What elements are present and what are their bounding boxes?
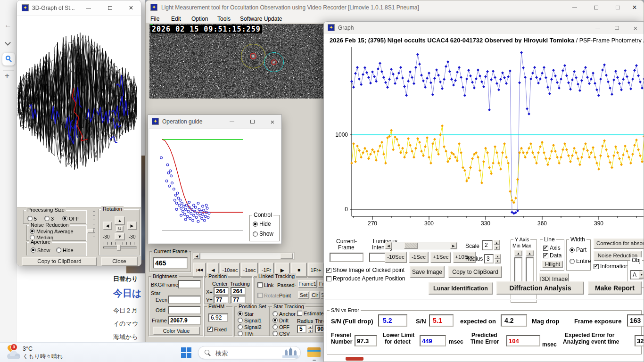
radius-spin-up[interactable]: ▲ (495, 254, 501, 259)
minus-1sec-button[interactable]: -1Sec (409, 252, 429, 263)
x-center-input[interactable]: 264 (214, 287, 229, 295)
radius-input[interactable]: 3 (484, 254, 494, 263)
skip-start-button[interactable]: |◀◀ (193, 263, 206, 278)
diffraction-analysis-button[interactable]: Diffraction Analysis (496, 281, 584, 295)
sn-value[interactable]: 5.1 (429, 314, 454, 327)
scale-spin-up[interactable]: ▲ (494, 240, 500, 245)
minimize-button[interactable] (568, 2, 582, 13)
minimize-button[interactable] (225, 116, 239, 127)
radio-show[interactable] (253, 231, 258, 237)
lower-limit-value[interactable]: 449 (420, 335, 446, 346)
plus-1frame-button[interactable]: 1Fr+ (308, 263, 324, 278)
menu-software-update[interactable]: Software Update (240, 16, 282, 22)
graph-current-frame-input[interactable] (330, 253, 363, 262)
current-frame-input[interactable]: 465 (153, 257, 188, 269)
radio-signal1[interactable] (238, 318, 243, 323)
elevation-slider-handle[interactable] (87, 229, 94, 233)
scrollbar-right-arrow-icon[interactable]: ▶ (450, 242, 457, 249)
radio-star[interactable] (238, 311, 243, 316)
minus-1sec-button[interactable]: -1sec (241, 263, 258, 278)
even-input[interactable] (168, 296, 201, 304)
radio-off[interactable] (62, 216, 67, 221)
radio-csv[interactable] (272, 331, 278, 336)
scrollbar-thumb[interactable] (404, 242, 418, 249)
close-icon[interactable]: × (124, 3, 138, 13)
line-axis-checkbox[interactable] (543, 246, 548, 251)
radio-off[interactable] (272, 324, 278, 329)
scrollbar-left-arrow-icon[interactable]: ◀ (193, 253, 200, 259)
radio-moving-average[interactable] (30, 229, 35, 234)
ymin-up-button[interactable]: ▲ (526, 250, 534, 256)
plus-1sec-button[interactable]: +1Sec (430, 252, 451, 263)
graph3d-titlebar[interactable]: ✦ 3D-Graph of St... × (17, 0, 141, 16)
frame1-button[interactable]: Frame1 (298, 280, 317, 288)
close-button[interactable]: Close (101, 257, 138, 266)
rotate-left-button[interactable]: ◀ (103, 222, 112, 230)
bkg-frame-input[interactable] (178, 280, 201, 288)
fixed-checkbox[interactable] (207, 327, 213, 332)
maximize-button[interactable] (610, 23, 624, 33)
maximize-button[interactable] (103, 3, 117, 13)
radius-spin-down[interactable]: ▼ (307, 329, 313, 333)
fresnel-value[interactable]: 97.3 (355, 335, 377, 346)
copy-to-clipboard-button[interactable]: Copy to ClipBoard (22, 257, 97, 266)
line-data-checkbox[interactable] (543, 253, 548, 258)
article-heading-link[interactable]: 今日は (113, 287, 145, 300)
minus-10sec-button[interactable]: -10Sec (385, 252, 407, 263)
minimize-button[interactable] (82, 3, 96, 13)
estimated-checkbox[interactable] (297, 311, 302, 316)
graph-scrollbar[interactable]: ◀ ▶ (385, 242, 457, 249)
radius-spin-up[interactable]: ▲ (307, 325, 313, 329)
y-tracking-input[interactable]: 77 (231, 296, 246, 304)
y-center-input[interactable]: 77 (214, 296, 229, 304)
correction-absorption-button[interactable]: Correction for absorption (594, 239, 644, 249)
video-scrollbar[interactable]: ◀ (193, 252, 295, 260)
radio-part[interactable] (570, 247, 575, 253)
radio-entire[interactable] (570, 259, 575, 264)
graph-titlebar[interactable]: ✦ Graph × (324, 22, 644, 34)
make-report-button[interactable]: Make Report (588, 281, 642, 295)
chevron-down-icon[interactable] (5, 40, 11, 46)
radio-tivi[interactable] (238, 331, 243, 336)
radio-show[interactable] (31, 247, 36, 253)
close-icon[interactable]: × (265, 116, 280, 127)
sidebar-search-button[interactable] (2, 53, 15, 66)
frame-brightness-input[interactable]: 2067.9 (168, 316, 201, 325)
menu-option[interactable]: Option (191, 16, 208, 22)
video-frame[interactable]: 2026 02 15 09:51:15:259 (149, 24, 324, 99)
predicted-time-error-value[interactable]: 104 (506, 335, 540, 346)
scale-spin-down[interactable]: ▼ (494, 245, 500, 250)
search-highlight-image[interactable] (282, 347, 298, 359)
expected-error-value[interactable]: 32.4 (635, 335, 644, 346)
color-value-button[interactable]: Color Value (153, 327, 200, 335)
weather-widget[interactable]: 3 3°C くもり時々晴れ (4, 344, 89, 362)
rotate-down-button[interactable]: ▼ (115, 233, 125, 240)
link-checkbox[interactable] (257, 282, 263, 288)
rotate-up-button[interactable]: ▲ (115, 216, 125, 225)
ymax-up-button[interactable]: ▲ (514, 250, 522, 256)
menu-edit[interactable]: Edit (171, 16, 181, 22)
maximize-button[interactable] (245, 116, 259, 127)
rotate-u-button[interactable]: U (116, 226, 124, 232)
radio-hide[interactable] (253, 222, 258, 227)
sn-full-drop-value[interactable]: 5.2 (378, 314, 407, 327)
main-titlebar[interactable]: ✦ Light Measurement tool for Occultation… (146, 0, 644, 15)
ymin-track[interactable] (526, 257, 534, 284)
set-button[interactable]: Set (298, 291, 309, 299)
radio-signal2[interactable] (238, 324, 243, 329)
taskbar-app-red-icon[interactable] (346, 357, 363, 361)
add-icon[interactable]: + (5, 71, 9, 81)
taskbar-search-box[interactable]: 検索 (198, 346, 301, 359)
rotate-right-button[interactable]: ▶ (127, 222, 137, 230)
minimize-button[interactable] (591, 23, 605, 33)
rotation-slider-handle[interactable] (117, 245, 121, 251)
fwhm-input[interactable]: 6.92 (208, 313, 228, 322)
clr-button[interactable]: Clr (310, 291, 320, 299)
lunar-identification-button[interactable]: Lunar Identification (429, 282, 493, 295)
tracking-radius-input[interactable]: 5 (297, 325, 306, 333)
odd-input[interactable] (168, 306, 201, 314)
information-checkbox[interactable] (594, 264, 599, 269)
radio-anchor[interactable] (272, 311, 278, 316)
object-dropdown-icon[interactable]: ▼ (639, 271, 644, 279)
menu-tools[interactable]: Tools (217, 16, 231, 22)
